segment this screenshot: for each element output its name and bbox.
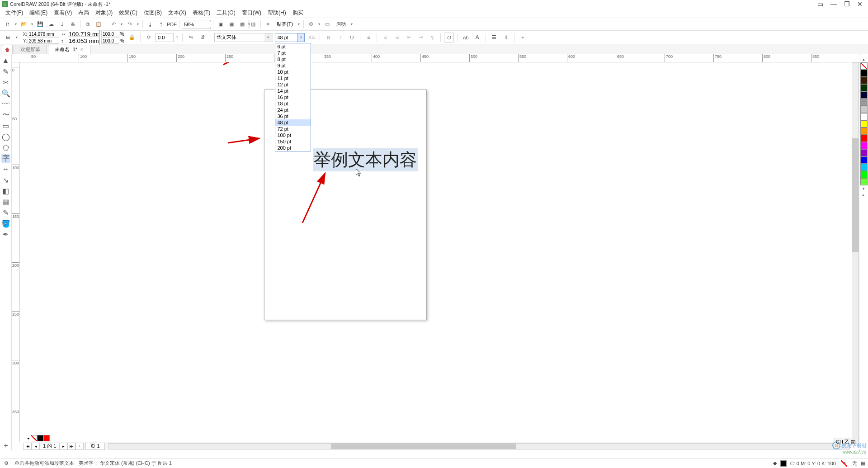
dropshadow-icon[interactable]: ◧: [1, 186, 10, 195]
fill-swatch[interactable]: [780, 460, 787, 467]
undo-icon[interactable]: ↶: [108, 19, 118, 29]
zoom-combo[interactable]: ▾: [182, 20, 211, 29]
sample-text[interactable]: 举例文本内容: [313, 148, 418, 171]
ellipse-tool-icon[interactable]: ◯: [1, 132, 10, 141]
swatch-red[interactable]: [43, 435, 50, 441]
snap-dropdown[interactable]: ▾: [297, 20, 301, 29]
add-icon[interactable]: ＋: [518, 33, 528, 43]
list-bullet-icon[interactable]: ≣: [380, 33, 390, 43]
font-family-combo[interactable]: ▾: [214, 33, 273, 42]
font-size-option[interactable]: 36 pt: [275, 113, 311, 119]
lock-ratio-icon[interactable]: 🔒: [127, 33, 137, 43]
horizontal-scrollbar[interactable]: [108, 443, 850, 449]
color-swatch[interactable]: [860, 84, 868, 91]
grid1-icon[interactable]: ▦: [226, 19, 236, 29]
menu-text[interactable]: 文本(X): [165, 8, 189, 18]
polygon-tool-icon[interactable]: ⬠: [1, 143, 10, 152]
zoom-tool-icon[interactable]: 🔍: [1, 89, 10, 98]
crop-tool-icon[interactable]: ✂: [1, 78, 10, 87]
color-swatch[interactable]: [860, 171, 868, 178]
export-icon[interactable]: ⭱: [156, 19, 166, 29]
outline-tool-icon[interactable]: ✒: [1, 230, 10, 239]
font-size-input[interactable]: [275, 35, 297, 40]
mirror-v-icon[interactable]: ⇵: [198, 33, 208, 43]
h-scroll-thumb[interactable]: [331, 444, 516, 449]
undo-dropdown[interactable]: ▾: [119, 20, 124, 29]
tab-document[interactable]: 未命名 -1*✕: [48, 45, 90, 54]
font-case-icon[interactable]: AA: [307, 33, 316, 43]
status-extra-icon[interactable]: ▦: [861, 460, 865, 466]
vertical-scrollbar[interactable]: [852, 62, 859, 442]
vertical-ruler[interactable]: 050100150200250300350: [12, 62, 20, 442]
font-size-dropdown[interactable]: 6 pt7 pt8 pt9 pt10 pt11 pt12 pt14 pt16 p…: [275, 43, 311, 151]
last-page-icon[interactable]: ⏭: [67, 443, 75, 450]
outline-indicator[interactable]: ✒: [840, 460, 849, 467]
menu-help[interactable]: 帮助(H): [265, 8, 289, 18]
color-swatch[interactable]: [860, 156, 868, 164]
add-page-icon[interactable]: ＋: [75, 443, 84, 450]
rotation-input[interactable]: [156, 33, 174, 42]
font-size-option[interactable]: 200 pt: [275, 145, 311, 151]
fill-tool-icon[interactable]: 🪣: [1, 219, 10, 228]
bold-icon[interactable]: B: [323, 33, 333, 43]
paste-icon[interactable]: 📋: [94, 19, 104, 29]
text-tool-icon[interactable]: 字: [1, 154, 10, 163]
underline-icon[interactable]: U: [347, 33, 357, 43]
color-swatch[interactable]: [860, 106, 868, 113]
font-size-option[interactable]: 12 pt: [275, 81, 311, 88]
eyedropper-icon[interactable]: ✎: [1, 208, 10, 217]
help-icon[interactable]: ▭: [817, 0, 823, 8]
rotate-icon[interactable]: ⟳: [144, 33, 154, 43]
color-swatch[interactable]: [860, 99, 868, 106]
maximize-icon[interactable]: ❐: [844, 0, 850, 8]
color-swatch[interactable]: [860, 164, 868, 171]
presets-dropdown[interactable]: ▾: [14, 33, 19, 42]
options-icon[interactable]: ⚙: [306, 19, 316, 29]
page-indicator[interactable]: 1 的 1: [40, 443, 59, 450]
menu-effects[interactable]: 效果(C): [116, 8, 140, 18]
y-input[interactable]: [28, 38, 59, 44]
italic-icon[interactable]: I: [335, 33, 345, 43]
font-size-dropdown-icon[interactable]: ▾: [297, 33, 304, 42]
menu-tools[interactable]: 工具(O): [214, 8, 238, 18]
no-fill-swatch[interactable]: [31, 435, 37, 441]
scale-x-input[interactable]: [101, 31, 119, 37]
freehand-tool-icon[interactable]: 〰: [1, 99, 10, 109]
tab-close-icon[interactable]: ✕: [80, 47, 84, 52]
color-swatch[interactable]: [860, 149, 868, 156]
parallel-dim-icon[interactable]: ↔: [1, 165, 10, 174]
no-color-swatch[interactable]: [860, 62, 868, 70]
transparency-icon[interactable]: ▦: [1, 197, 10, 206]
menu-buy[interactable]: 购买: [290, 8, 306, 18]
toolbox-expand-icon[interactable]: ＋: [1, 441, 10, 450]
status-gear-icon[interactable]: ⚙: [3, 460, 10, 467]
menu-object[interactable]: 对象(J): [93, 8, 115, 18]
color-swatch[interactable]: [860, 77, 868, 84]
snap-icon[interactable]: ⌗: [263, 19, 273, 29]
palette-more-icon[interactable]: ▸: [863, 192, 865, 198]
align-icon[interactable]: ≡: [363, 33, 373, 43]
canvas[interactable]: 举例文本内容: [20, 62, 851, 442]
menu-view[interactable]: 查看(V): [51, 8, 75, 18]
presets-icon[interactable]: ⊞: [3, 33, 13, 43]
menu-edit[interactable]: 编辑(E): [27, 8, 50, 18]
color-swatch[interactable]: [860, 142, 868, 149]
home-tab[interactable]: [2, 45, 13, 54]
font-size-option[interactable]: 10 pt: [275, 69, 311, 75]
font-size-option[interactable]: 18 pt: [275, 100, 311, 107]
artistic-media-icon[interactable]: 〜: [1, 110, 10, 119]
redo-dropdown[interactable]: ▾: [136, 20, 140, 29]
font-size-option[interactable]: 24 pt: [275, 107, 311, 113]
font-size-option[interactable]: 150 pt: [275, 138, 311, 145]
palette-down-arrow-icon[interactable]: ▾: [863, 185, 865, 192]
launch-label[interactable]: 启动: [333, 20, 349, 28]
vertical-text-icon[interactable]: ⦀: [501, 33, 511, 43]
list-num-icon[interactable]: ≣: [392, 33, 402, 43]
font-size-option[interactable]: 14 pt: [275, 88, 311, 94]
menu-table[interactable]: 表格(T): [190, 8, 213, 18]
x-input[interactable]: [28, 31, 59, 37]
first-page-icon[interactable]: ⏮: [24, 443, 32, 450]
palette-left-arrow-icon[interactable]: ◂: [25, 436, 31, 440]
font-size-option[interactable]: 9 pt: [275, 62, 311, 69]
menu-file[interactable]: 文件(F): [3, 8, 26, 18]
